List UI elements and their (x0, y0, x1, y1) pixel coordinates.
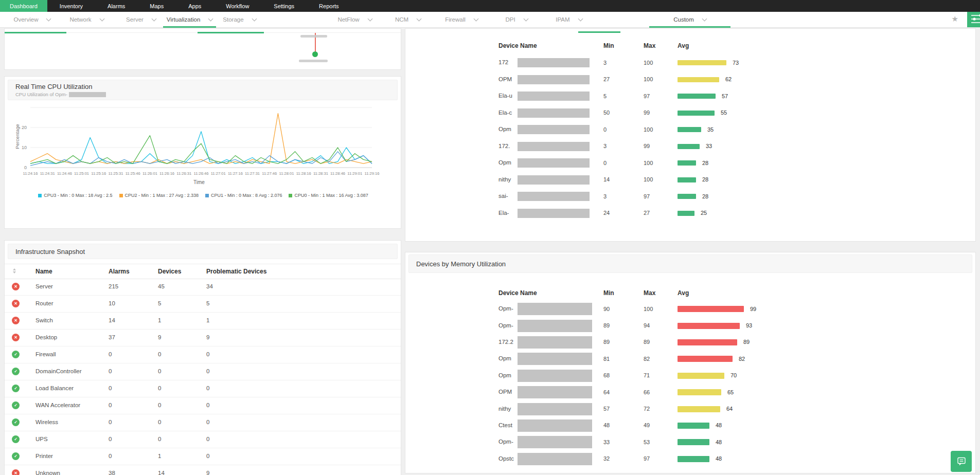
redacted-device-name (518, 209, 590, 218)
subnav-tab-network[interactable]: Network (60, 12, 113, 27)
chevron-down-icon[interactable] (252, 16, 257, 21)
subnav-tab-overview[interactable]: Overview (6, 12, 59, 27)
table-row-server[interactable]: ✕Server2154534 (5, 278, 401, 296)
topnav-item-settings[interactable]: Settings (261, 0, 307, 12)
device-row[interactable]: Opm-899493 (405, 317, 975, 334)
redacted-device-name (518, 386, 592, 398)
column-header-problematic-devices[interactable]: Problematic Devices (206, 268, 266, 275)
device-row[interactable]: Opm-335348 (405, 434, 975, 450)
top-navbar: DashboardInventoryAlarmsMapsAppsWorkflow… (0, 0, 980, 12)
table-row-printer[interactable]: ✓Printer010 (5, 448, 401, 465)
chevron-down-icon[interactable] (367, 16, 372, 21)
legend-label: CPU0 - Min : 1 Max : 16 Avg : 3.087 (294, 193, 368, 198)
y-tick-label: 20 (22, 125, 27, 130)
avg-value: 57 (722, 93, 728, 99)
topnav-item-dashboard[interactable]: Dashboard (0, 0, 47, 12)
table-row-wireless[interactable]: ✓Wireless000 (5, 414, 401, 431)
chevron-down-icon[interactable] (46, 16, 51, 21)
topnav-item-inventory[interactable]: Inventory (47, 0, 95, 12)
device-row[interactable]: 172.2898989 (405, 334, 975, 351)
device-row[interactable]: nithy1410028 (405, 172, 975, 189)
topnav-item-apps[interactable]: Apps (176, 0, 213, 12)
column-header-name[interactable]: Name (35, 268, 52, 275)
chevron-down-icon[interactable] (578, 16, 583, 21)
device-row[interactable]: Opm010035 (405, 121, 975, 138)
column-header-device-name[interactable]: Device Name (498, 42, 537, 49)
column-header-min[interactable]: Min (603, 289, 614, 297)
x-tick-label: 11:27:01 (211, 171, 226, 176)
subnav-tab-ncm[interactable]: NCM (381, 12, 435, 27)
table-row-ups[interactable]: ✓UPS000 (5, 431, 401, 448)
chevron-down-icon[interactable] (99, 16, 104, 21)
dashboard-actions-button[interactable] (967, 12, 980, 27)
topnav-item-reports[interactable]: Reports (307, 0, 351, 12)
topnav-item-maps[interactable]: Maps (137, 0, 176, 12)
subnav-tab-custom[interactable]: Custom (649, 12, 730, 27)
min-value: 81 (603, 356, 610, 362)
subnav-tab-firewall[interactable]: Firewall (435, 12, 488, 27)
favorite-star-icon[interactable]: ★ (952, 14, 958, 24)
cell-value: 9 (206, 334, 209, 340)
column-header-max[interactable]: Max (644, 289, 655, 297)
device-row[interactable]: 172310073 (405, 54, 975, 71)
chevron-down-icon[interactable] (473, 16, 478, 21)
column-header-alarms[interactable]: Alarms (109, 268, 130, 275)
chevron-down-icon[interactable] (417, 16, 422, 21)
legend-label: CPU3 - Min : 0 Max : 18 Avg : 2.5 (44, 193, 112, 198)
subnav-tab-label: Virtualization (167, 16, 201, 23)
device-row[interactable]: Opm-9010099 (405, 301, 975, 317)
device-row[interactable]: Ela-242725 (405, 205, 975, 222)
column-header-avg[interactable]: Avg (678, 289, 689, 297)
subnav-tab-virtualization[interactable]: Virtualization (163, 12, 216, 27)
chart-marker-dot[interactable] (312, 51, 318, 57)
topnav-item-alarms[interactable]: Alarms (95, 0, 137, 12)
cell-value: 0 (109, 453, 112, 459)
min-value: 24 (603, 210, 610, 216)
device-row[interactable]: 172.39933 (405, 138, 975, 155)
device-row[interactable]: Opm010028 (405, 155, 975, 172)
table-row-wan-accelerator[interactable]: ✓WAN Accelerator000 (5, 397, 401, 414)
device-row[interactable]: OPM646665 (405, 384, 975, 400)
device-row[interactable]: Opstc329748 (405, 451, 975, 467)
table-row-load-balancer[interactable]: ✓Load Balancer000 (5, 380, 401, 397)
subnav-tab-dpi[interactable]: DPI (491, 12, 542, 27)
sort-icon[interactable] (13, 268, 16, 273)
chat-fab-button[interactable] (951, 451, 972, 472)
status-error-icon: ✕ (12, 334, 20, 341)
subnav-tab-netflow[interactable]: NetFlow (328, 12, 381, 27)
device-category-name: Server (35, 283, 53, 289)
table-row-router[interactable]: ✕Router1055 (5, 295, 401, 313)
subnav-tab-server[interactable]: Server (115, 12, 167, 27)
subnav-tab-label: Firewall (445, 16, 466, 23)
cell-value: 0 (109, 419, 112, 425)
column-header-min[interactable]: Min (603, 42, 614, 49)
table-row-switch[interactable]: ✕Switch1411 (5, 312, 401, 330)
avg-value: 35 (707, 126, 714, 133)
topnav-item-workflow[interactable]: Workflow (213, 0, 261, 12)
column-header-max[interactable]: Max (644, 42, 655, 49)
chevron-down-icon[interactable] (702, 16, 707, 21)
device-row[interactable]: sai-39728 (405, 188, 975, 205)
table-row-desktop[interactable]: ✕Desktop3799 (5, 329, 401, 346)
max-value: 97 (644, 93, 650, 99)
device-row[interactable]: OPM2710062 (405, 71, 975, 88)
max-value: 49 (644, 422, 650, 428)
device-row[interactable]: Opm818282 (405, 351, 975, 367)
column-header-devices[interactable]: Devices (158, 268, 181, 275)
table-row-firewall[interactable]: ✓Firewall000 (5, 346, 401, 363)
max-value: 53 (644, 439, 650, 445)
device-row[interactable]: Ela-u59757 (405, 88, 975, 105)
device-row[interactable]: Ela-c509955 (405, 105, 975, 122)
device-row[interactable]: nithy577264 (405, 400, 975, 417)
device-row[interactable]: Opm687170 (405, 368, 975, 384)
chevron-down-icon[interactable] (151, 16, 156, 21)
column-header-device-name[interactable]: Device Name (498, 289, 537, 297)
table-row-domaincontroller[interactable]: ✓DomainController000 (5, 363, 401, 380)
device-category-name: WAN Accelerator (35, 402, 80, 408)
column-header-avg[interactable]: Avg (678, 42, 689, 49)
subnav-tab-storage[interactable]: Storage (212, 12, 266, 27)
device-row[interactable]: Ctest484948 (405, 417, 975, 434)
table-row-unknown[interactable]: ✕Unknown38149 (5, 465, 401, 475)
chevron-down-icon[interactable] (523, 16, 528, 21)
subnav-tab-ipam[interactable]: IPAM (543, 12, 595, 27)
